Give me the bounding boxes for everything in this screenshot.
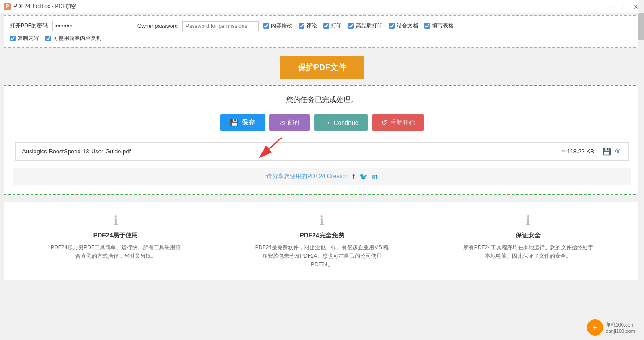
info-column-easy: ℹ PDF24易于使用 PDF24尽力另PDF工具简单、运行快。所有工具采用符合… [49,213,183,269]
owner-password-input[interactable] [182,21,259,31]
save-button[interactable]: 💾 保存 [220,114,265,131]
open-password-input[interactable] [52,21,124,31]
file-row: Auslogics-BoostSpeed-13-User-Guide.pdf ✏… [15,142,629,161]
action-buttons: 💾 保存 ✉ 邮件 → Continue ↺ 重新开始 [13,114,631,131]
checkbox-easy-copy[interactable]: 可使用简易内容复制 [45,35,101,42]
free-info-icon: ℹ [255,213,389,228]
free-text: PDF24是免费软件，对企业也一样。有很多企业用MSI程序安装包来分发PDF24… [255,243,389,269]
minimize-button[interactable]: ─ [609,2,617,11]
checkbox-combine[interactable]: 结合文档 [389,22,418,30]
checkbox-comment[interactable]: 评论 [299,22,317,30]
edit-filename-icon[interactable]: ✏ [562,148,567,155]
easy-info-icon: ℹ [49,213,183,228]
protect-pdf-button[interactable]: 保护PDF文件 [280,56,364,79]
scrollbar-thumb[interactable] [638,13,644,40]
easy-title: PDF24易于使用 [49,232,183,240]
continue-icon: → [323,119,331,127]
restart-icon: ↺ [381,118,387,127]
checkbox-fill-form[interactable]: 填写表格 [424,22,454,30]
protect-button-wrapper: 保护PDF文件 [0,56,644,79]
settings-panel: 打开PDF的密码 Owner password 内容修改 评论 打印 高品质打印… [4,15,640,48]
share-text: 请分享您使用的PDF24 Creator: [266,173,348,179]
twitter-icon[interactable]: 🐦 [359,173,368,181]
free-title: PDF24完全免费 [255,232,389,240]
file-name: Auslogics-BoostSpeed-13-User-Guide.pdf [22,148,559,155]
restart-label: 重新开始 [390,119,415,127]
info-column-secure: ℹ 保证安全 所有PDF24工具程序均在本地运行。您的文件始终处于本地电脑。因此… [461,213,595,269]
download-file-icon[interactable]: 💾 [602,147,611,156]
restart-button[interactable]: ↺ 重新开始 [372,114,424,131]
save-icon: 💾 [230,118,239,127]
linkedin-icon[interactable]: in [372,173,378,181]
continue-label: Continue [333,119,358,126]
checkbox-copy[interactable]: 复制内容 [10,35,39,42]
facebook-icon[interactable]: f [353,173,355,181]
share-row: 请分享您使用的PDF24 Creator: f 🐦 in [13,168,631,185]
window-controls: ─ □ ✕ [609,0,640,13]
watermark-badge: + [587,319,603,336]
email-button[interactable]: ✉ 邮件 [269,114,310,131]
checkbox-print[interactable]: 打印 [323,22,342,30]
email-icon: ✉ [279,118,285,127]
email-label: 邮件 [288,119,300,127]
save-label: 保存 [242,118,255,127]
info-column-free: ℹ PDF24完全免费 PDF24是免费软件，对企业也一样。有很多企业用MSI程… [255,213,389,269]
window-title: PDF24 Toolbox - PDF加密 [13,3,77,10]
app-icon: P [4,3,11,10]
secure-title: 保证安全 [461,232,595,240]
password-row: 打开PDF的密码 Owner password 内容修改 评论 打印 高品质打印… [10,21,634,31]
permission-checkboxes: 内容修改 评论 打印 高品质打印 结合文档 填写表格 [263,22,454,30]
easy-text: PDF24尽力另PDF工具简单、运行快。所有工具采用符合直觉的方式操作，省时又省… [49,243,183,260]
maximize-button[interactable]: □ [621,2,628,11]
watermark: + 单机100.comdanji100.com [587,319,635,336]
result-area: 您的任务已完成处理。 💾 保存 ✉ 邮件 → Continue ↺ 重新开始 [4,85,640,195]
checkbox-content-modify[interactable]: 内容修改 [263,22,292,30]
result-message: 您的任务已完成处理。 [13,95,631,105]
file-size: 118.22 KB [567,148,594,155]
copy-checkboxes-row: 复制内容 可使用简易内容复制 [10,35,634,42]
scrollbar[interactable] [638,0,644,340]
titlebar: P PDF24 Toolbox - PDF加密 ─ □ ✕ [0,0,644,13]
secure-info-icon: ℹ [461,213,595,228]
owner-password-label: Owner password [137,23,178,29]
secure-text: 所有PDF24工具程序均在本地运行。您的文件始终处于本地电脑。因此保证了文件的安… [461,243,595,260]
preview-file-icon[interactable]: 👁 [615,148,622,156]
continue-button[interactable]: → Continue [314,114,367,131]
watermark-text: 单机100.comdanji100.com [606,322,635,334]
checkbox-highquality-print[interactable]: 高品质打印 [348,22,383,30]
bottom-info-section: ℹ PDF24易于使用 PDF24尽力另PDF工具简单、运行快。所有工具采用符合… [4,202,640,280]
social-icons: f 🐦 in [353,173,378,181]
open-password-label: 打开PDF的密码 [10,22,48,30]
